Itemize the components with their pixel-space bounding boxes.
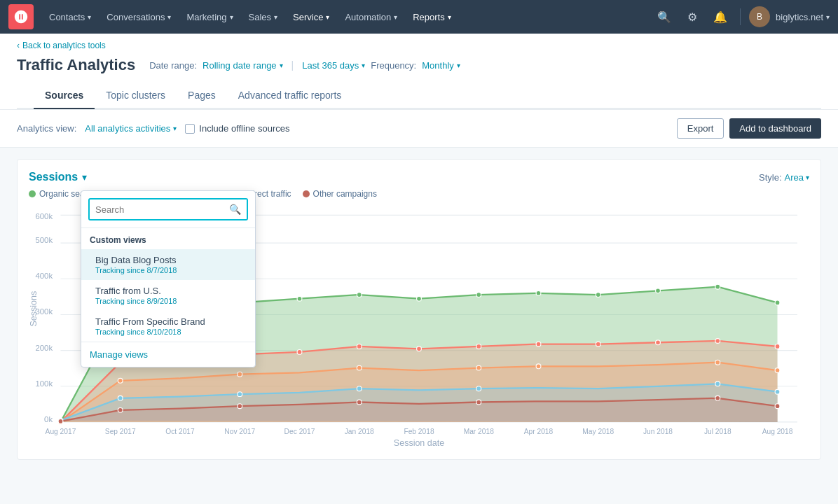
svg-point-46 <box>238 372 242 377</box>
date-range-2-value: Last 365 days <box>302 60 359 71</box>
top-nav: Contacts ▾ Conversations ▾ Marketing ▾ S… <box>0 0 838 34</box>
svg-text:Sessions: Sessions <box>29 291 39 327</box>
svg-text:Jul 2018: Jul 2018 <box>704 428 731 435</box>
chart-header: Sessions ▾ Style: Area ▾ <box>29 171 809 183</box>
page-header: Traffic Analytics Date range: Rolling da… <box>17 50 821 83</box>
date-range-label: Date range: <box>149 60 197 71</box>
svg-point-21 <box>357 293 362 298</box>
item-sub-0: Tracking since 8/7/2018 <box>95 266 247 274</box>
analytics-view-dropdown: 🔍 Custom views Big Data Blog Posts Track… <box>81 190 256 368</box>
chevron-down-icon: ▾ <box>806 174 809 181</box>
svg-point-23 <box>476 293 481 298</box>
svg-point-28 <box>775 300 780 305</box>
svg-point-64 <box>357 400 362 405</box>
svg-text:Jan 2018: Jan 2018 <box>345 428 374 435</box>
nav-reports[interactable]: Reports ▾ <box>406 8 458 27</box>
svg-point-35 <box>357 344 362 349</box>
tab-topic-clusters[interactable]: Topic clusters <box>95 83 177 109</box>
tab-advanced[interactable]: Advanced traffic reports <box>227 83 353 109</box>
settings-icon[interactable]: ⚙ <box>681 6 703 28</box>
svg-point-66 <box>715 396 720 400</box>
checkbox[interactable] <box>185 124 195 134</box>
nav-user[interactable]: biglytics.net ▾ <box>776 12 830 22</box>
date-range-btn[interactable]: Rolling date range ▾ <box>202 60 283 71</box>
item-sub-1: Tracking since 8/9/2018 <box>95 297 247 305</box>
offline-checkbox[interactable]: Include offline sources <box>185 123 289 134</box>
breadcrumb-text: Back to analytics tools <box>22 41 106 50</box>
chart-style: Style: Area ▾ <box>759 172 809 183</box>
svg-point-58 <box>715 382 720 386</box>
tab-sources[interactable]: Sources <box>34 83 95 109</box>
svg-text:200k: 200k <box>35 344 53 352</box>
back-arrow-icon: ‹ <box>17 41 20 50</box>
nav-conversations[interactable]: Conversations ▾ <box>99 8 178 27</box>
svg-point-20 <box>297 296 302 301</box>
nav-service[interactable]: Service ▾ <box>286 8 336 27</box>
tab-pages[interactable]: Pages <box>177 83 227 109</box>
dropdown-list: Big Data Blog Posts Tracking since 8/7/2… <box>81 249 255 342</box>
svg-point-24 <box>536 290 541 295</box>
notifications-icon[interactable]: 🔔 <box>709 6 731 28</box>
custom-views-label: Custom views <box>81 228 255 249</box>
svg-point-50 <box>715 360 720 365</box>
hubspot-logo[interactable] <box>8 4 34 29</box>
svg-text:100k: 100k <box>35 379 53 388</box>
search-button[interactable]: 🔍 <box>224 200 247 219</box>
svg-point-22 <box>417 296 422 301</box>
svg-text:Aug 2018: Aug 2018 <box>762 428 793 435</box>
dropdown-item-0[interactable]: Big Data Blog Posts Tracking since 8/7/2… <box>81 249 255 280</box>
svg-text:Sep 2017: Sep 2017 <box>105 428 136 435</box>
search-icon[interactable]: 🔍 <box>653 6 675 28</box>
nav-automation[interactable]: Automation ▾ <box>338 8 404 27</box>
item-title-0: Big Data Blog Posts <box>95 255 247 265</box>
nav-marketing[interactable]: Marketing ▾ <box>179 8 240 27</box>
chart-title-area: Sessions ▾ <box>29 171 87 183</box>
offline-label: Include offline sources <box>199 123 289 134</box>
svg-point-63 <box>238 404 242 409</box>
svg-point-67 <box>775 404 780 409</box>
svg-point-27 <box>715 284 720 289</box>
svg-text:Apr 2018: Apr 2018 <box>524 428 554 435</box>
svg-point-65 <box>476 400 481 405</box>
tabs-bar: Sources Topic clusters Pages Advanced tr… <box>17 83 821 109</box>
svg-point-45 <box>118 378 123 383</box>
svg-text:May 2018: May 2018 <box>582 428 614 435</box>
nav-sales[interactable]: Sales ▾ <box>242 8 285 27</box>
chevron-down-icon-2: ▾ <box>362 62 365 69</box>
main-content: Sessions ▾ Style: Area ▾ Organic search … <box>0 148 838 471</box>
manage-views-link[interactable]: Manage views <box>81 342 255 367</box>
svg-text:Oct 2017: Oct 2017 <box>165 428 195 435</box>
date-range-2-btn[interactable]: Last 365 days ▾ <box>302 60 365 71</box>
search-input[interactable] <box>90 200 224 219</box>
nav-contacts[interactable]: Contacts ▾ <box>42 8 98 27</box>
frequency-btn[interactable]: Monthly ▾ <box>422 60 460 71</box>
export-button[interactable]: Export <box>677 118 724 139</box>
sessions-label: Sessions <box>29 171 78 183</box>
add-to-dashboard-button[interactable]: Add to dashboard <box>729 118 821 139</box>
dropdown-item-2[interactable]: Traffic From Specific Brand Tracking sin… <box>81 311 255 342</box>
svg-point-54 <box>118 396 123 400</box>
svg-text:Mar 2018: Mar 2018 <box>464 428 494 435</box>
frequency-label: Frequency: <box>371 60 416 71</box>
search-box: 🔍 <box>81 191 255 228</box>
style-value-btn[interactable]: Area ▾ <box>785 172 809 183</box>
chevron-down-icon: ▾ <box>280 62 283 69</box>
svg-point-38 <box>536 342 541 346</box>
svg-text:0k: 0k <box>44 415 53 424</box>
nav-divider <box>740 8 741 25</box>
svg-point-57 <box>476 386 481 391</box>
analytics-view-value: All analytics activities <box>85 123 170 134</box>
analytics-view-btn[interactable]: All analytics activities ▾ <box>85 123 177 134</box>
svg-text:Dec 2017: Dec 2017 <box>284 428 315 435</box>
svg-point-36 <box>417 346 422 351</box>
chevron-down-icon[interactable]: ▾ <box>82 172 87 183</box>
item-sub-2: Tracking since 8/10/2018 <box>95 328 247 336</box>
dropdown-item-1[interactable]: Traffic from U.S. Tracking since 8/9/201… <box>81 280 255 311</box>
chart-card: Sessions ▾ Style: Area ▾ Organic search … <box>17 159 821 460</box>
svg-text:600k: 600k <box>35 212 53 220</box>
breadcrumb[interactable]: ‹ Back to analytics tools <box>17 41 821 50</box>
avatar[interactable]: B <box>749 6 770 27</box>
svg-point-47 <box>357 365 362 370</box>
svg-text:500k: 500k <box>35 236 53 244</box>
svg-point-48 <box>476 365 481 370</box>
